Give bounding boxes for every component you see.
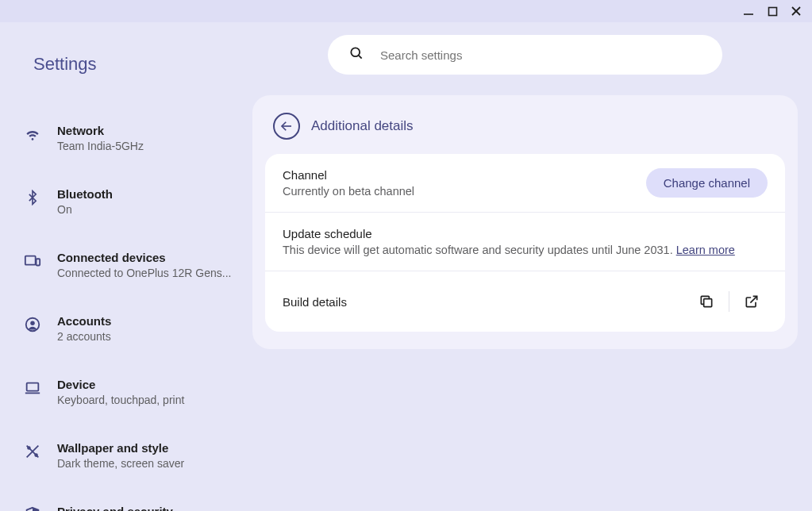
- sidebar-item-device[interactable]: Device Keyboard, touchpad, print: [0, 368, 252, 416]
- close-button[interactable]: [790, 5, 802, 17]
- sidebar: Settings Network Team India-5GHz Bluetoo…: [0, 22, 252, 511]
- row-title: Update schedule: [283, 227, 768, 240]
- sidebar-item-sublabel: Team India-5GHz: [57, 140, 237, 152]
- sidebar-item-label: Connected devices: [57, 251, 237, 264]
- wifi-icon: [24, 125, 41, 143]
- search-bar[interactable]: [328, 35, 722, 75]
- svg-rect-5: [37, 259, 40, 265]
- divider: [729, 291, 729, 312]
- sidebar-item-sublabel: 2 accounts: [57, 330, 237, 343]
- sidebar-item-label: Device: [57, 378, 237, 391]
- back-button[interactable]: [273, 113, 300, 140]
- sidebar-item-label: Bluetooth: [57, 187, 237, 201]
- open-external-button[interactable]: [736, 286, 768, 317]
- sidebar-item-label: Network: [57, 124, 237, 137]
- svg-point-13: [35, 454, 37, 456]
- sidebar-item-bluetooth[interactable]: Bluetooth On: [0, 178, 252, 225]
- sidebar-item-sublabel: On: [57, 203, 237, 216]
- minimize-button[interactable]: [742, 5, 755, 17]
- svg-point-7: [30, 321, 35, 325]
- row-title: Channel: [283, 168, 646, 182]
- svg-rect-8: [27, 383, 39, 391]
- bluetooth-icon: [24, 189, 41, 206]
- copy-button[interactable]: [691, 286, 722, 317]
- sidebar-item-wallpaper[interactable]: Wallpaper and style Dark theme, screen s…: [0, 432, 252, 479]
- sidebar-item-privacy[interactable]: Privacy and security Lock screen, contro…: [0, 495, 252, 511]
- svg-line-18: [750, 296, 756, 302]
- sidebar-item-sublabel: Keyboard, touchpad, print: [57, 394, 237, 406]
- svg-line-15: [359, 56, 362, 59]
- sidebar-item-label: Wallpaper and style: [57, 441, 237, 455]
- row-sub: Currently on beta channel: [283, 185, 646, 198]
- sidebar-item-label: Accounts: [57, 314, 237, 328]
- sidebar-item-sublabel: Dark theme, screen saver: [57, 457, 237, 470]
- search-icon: [348, 45, 364, 64]
- sidebar-item-accounts[interactable]: Accounts 2 accounts: [0, 305, 252, 352]
- row-sub: This device will get automatic software …: [283, 244, 768, 256]
- svg-point-14: [351, 48, 360, 56]
- svg-rect-1: [768, 7, 776, 15]
- row-channel: Channel Currently on beta channel Change…: [265, 154, 785, 213]
- row-update-schedule: Update schedule This device will get aut…: [265, 213, 785, 271]
- sidebar-item-connected-devices[interactable]: Connected devices Connected to OnePlus 1…: [0, 241, 252, 289]
- sidebar-item-network[interactable]: Network Team India-5GHz: [0, 114, 252, 162]
- devices-icon: [24, 252, 41, 270]
- account-icon: [24, 316, 41, 333]
- panel-title: Additional details: [311, 118, 414, 134]
- learn-more-link[interactable]: Learn more: [676, 244, 735, 256]
- laptop-icon: [24, 379, 41, 397]
- row-build-details: Build details: [265, 271, 785, 332]
- change-channel-button[interactable]: Change channel: [646, 168, 768, 198]
- svg-rect-17: [704, 299, 712, 307]
- sidebar-item-sublabel: Connected to OnePlus 12R Gens...: [57, 267, 237, 279]
- sidebar-item-label: Privacy and security: [57, 505, 237, 511]
- app-title: Settings: [0, 54, 252, 75]
- svg-rect-4: [25, 256, 36, 265]
- search-input[interactable]: [380, 48, 702, 62]
- content-panel: Additional details Channel Currently on …: [252, 95, 798, 349]
- shield-icon: [24, 506, 41, 511]
- svg-point-12: [28, 447, 30, 449]
- style-icon: [24, 443, 41, 460]
- row-title: Build details: [283, 295, 691, 309]
- maximize-button[interactable]: [766, 5, 779, 17]
- window-titlebar: [0, 0, 812, 22]
